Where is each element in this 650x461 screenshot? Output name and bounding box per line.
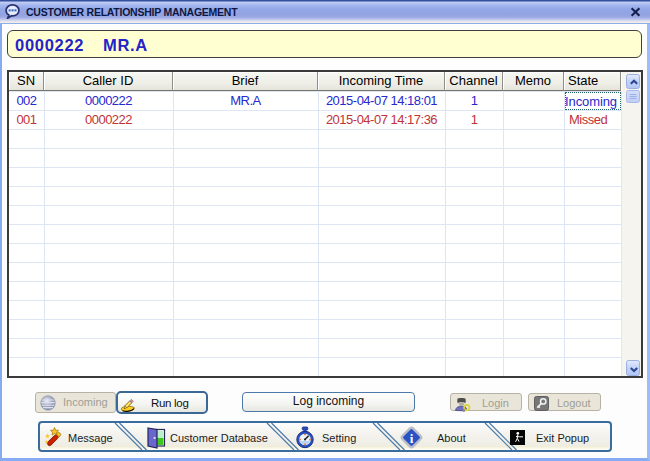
svg-text:i: i	[410, 431, 414, 446]
